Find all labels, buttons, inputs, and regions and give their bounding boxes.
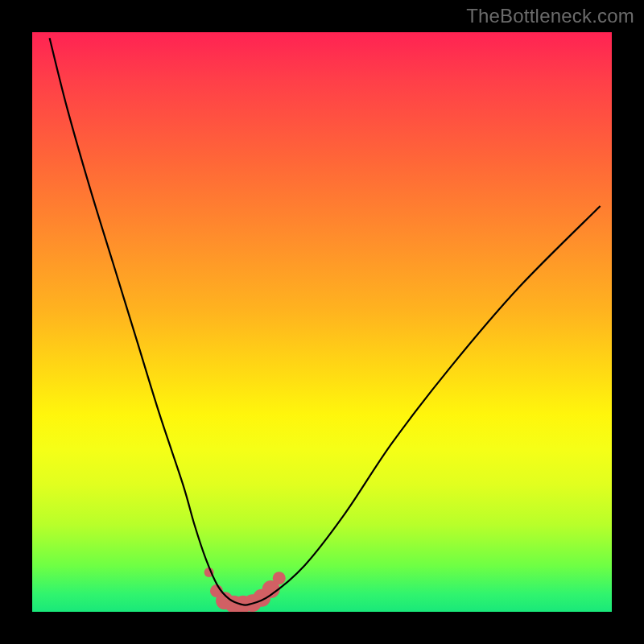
plot-area (32, 32, 612, 612)
bottleneck-curve (50, 38, 601, 605)
chart-container: TheBottleneck.com (0, 0, 644, 644)
watermark-text: TheBottleneck.com (466, 5, 634, 27)
curve-layer (32, 32, 612, 612)
